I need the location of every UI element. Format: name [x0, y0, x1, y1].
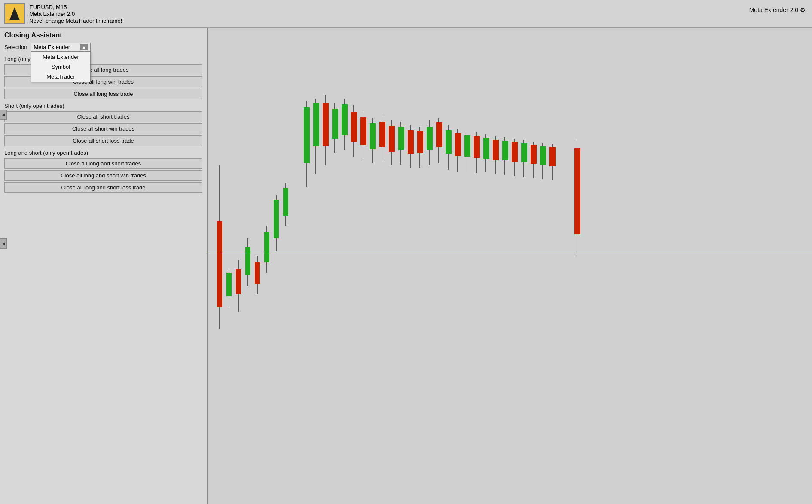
- selection-row: Selection Meta Extender ▲ Meta Extender …: [4, 43, 202, 52]
- close-all-longshort-loss-button[interactable]: Close all long and short loss trade: [4, 182, 202, 193]
- svg-rect-71: [574, 148, 580, 234]
- svg-rect-9: [255, 262, 260, 284]
- arrow-left-icon-1: ◄: [1, 112, 6, 117]
- header-title-right: Meta Extender 2.0 ⚙: [749, 6, 806, 13]
- svg-rect-55: [483, 138, 489, 159]
- selection-label: Selection: [4, 44, 27, 50]
- svg-rect-41: [417, 131, 423, 153]
- svg-rect-65: [531, 145, 537, 164]
- svg-rect-31: [370, 123, 376, 149]
- app-logo: [4, 3, 25, 24]
- svg-rect-47: [446, 130, 452, 154]
- svg-rect-1: [217, 221, 222, 307]
- svg-rect-21: [323, 103, 329, 146]
- svg-rect-13: [274, 200, 279, 238]
- svg-rect-5: [236, 269, 241, 294]
- svg-rect-11: [264, 232, 269, 262]
- candlestick-chart: [208, 28, 812, 504]
- selection-dropdown-wrapper: Meta Extender ▲ Meta Extender Symbol Met…: [31, 43, 91, 52]
- close-all-short-button[interactable]: Close all short trades: [4, 111, 202, 122]
- dropdown-option-metatrader[interactable]: MetaTrader: [31, 72, 90, 82]
- svg-rect-67: [540, 146, 546, 165]
- dropdown-option-meta-extender[interactable]: Meta Extender: [31, 52, 90, 62]
- svg-rect-61: [512, 142, 518, 162]
- svg-rect-51: [464, 135, 470, 157]
- svg-rect-7: [245, 247, 250, 275]
- svg-rect-43: [427, 127, 433, 150]
- dropdown-arrow-icon: ▲: [80, 44, 88, 50]
- svg-rect-57: [493, 140, 499, 160]
- svg-rect-35: [389, 126, 395, 152]
- app-name-label: Meta Extender 2.0: [29, 11, 122, 17]
- svg-rect-39: [408, 130, 414, 154]
- svg-rect-27: [351, 112, 357, 142]
- svg-rect-23: [332, 109, 338, 139]
- subtitle-label: Never change MetaTrader timeframe!: [29, 18, 122, 24]
- svg-rect-59: [502, 141, 508, 160]
- svg-rect-63: [521, 143, 527, 162]
- close-all-short-loss-button[interactable]: Close all short loss trade: [4, 135, 202, 146]
- short-section-label: Short (only open trades): [4, 103, 202, 109]
- svg-rect-29: [360, 117, 366, 145]
- side-arrow-longshort[interactable]: ◄: [0, 238, 7, 249]
- dropdown-option-symbol[interactable]: Symbol: [31, 62, 90, 72]
- svg-rect-53: [474, 136, 480, 158]
- close-all-longshort-win-button[interactable]: Close all long and short win trades: [4, 170, 202, 181]
- svg-rect-19: [313, 103, 319, 146]
- close-all-longshort-button[interactable]: Close all long and short trades: [4, 158, 202, 169]
- dropdown-selected-text: Meta Extender: [34, 44, 70, 50]
- close-all-short-win-button[interactable]: Close all short win trades: [4, 123, 202, 134]
- side-arrow-long[interactable]: ◄: [0, 110, 7, 120]
- chart-vertical-line: [208, 28, 208, 504]
- svg-rect-33: [379, 122, 385, 147]
- svg-rect-15: [283, 188, 288, 216]
- svg-rect-3: [226, 273, 232, 296]
- left-panel: Closing Assistant Selection Meta Extende…: [0, 28, 208, 504]
- dropdown-menu: Meta Extender Symbol MetaTrader: [31, 52, 91, 82]
- chart-area: [208, 28, 812, 504]
- selection-dropdown[interactable]: Meta Extender ▲: [31, 43, 91, 52]
- svg-rect-17: [304, 107, 310, 163]
- svg-rect-45: [436, 122, 442, 147]
- svg-rect-69: [549, 147, 556, 166]
- arrow-left-icon-2: ◄: [1, 241, 6, 246]
- panel-title: Closing Assistant: [4, 31, 202, 39]
- svg-rect-25: [342, 104, 348, 135]
- header-info: EURUSD, M15 Meta Extender 2.0 Never chan…: [29, 4, 122, 24]
- close-all-long-loss-button[interactable]: Close all long loss trade: [4, 89, 202, 99]
- longshort-section-label: Long and short (only open trades): [4, 150, 202, 156]
- svg-rect-37: [398, 127, 404, 150]
- symbol-label: EURUSD, M15: [29, 4, 122, 10]
- chart-horizontal-line: [208, 252, 812, 252]
- svg-rect-49: [455, 133, 461, 156]
- header-bar: EURUSD, M15 Meta Extender 2.0 Never chan…: [0, 0, 812, 28]
